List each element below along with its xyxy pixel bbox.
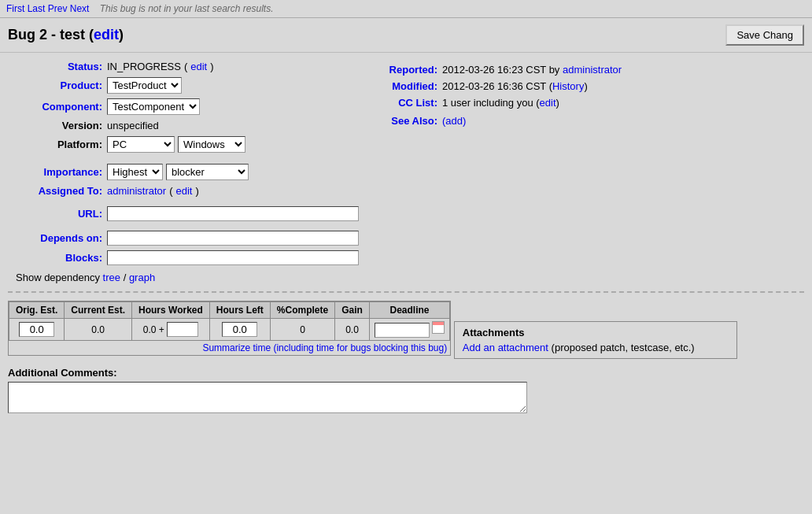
time-table: Orig. Est. Current Est. Hours Worked Hou… xyxy=(9,301,450,341)
url-value xyxy=(107,206,359,221)
importance-label: Importance: xyxy=(8,166,102,178)
gain-header: Gain xyxy=(335,302,370,319)
cclist-label: CC List: xyxy=(375,97,437,109)
blocks-input[interactable] xyxy=(107,250,359,265)
deadline-cell xyxy=(369,319,449,341)
severity-select[interactable]: blocker critical major normal minor triv… xyxy=(166,164,249,180)
dep-graph-link[interactable]: graph xyxy=(129,272,155,283)
modified-row: Modified: 2012-03-26 16:36 CST (History) xyxy=(375,80,804,92)
content: Status: IN_PROGRESS (edit) Product: Test… xyxy=(0,53,812,421)
platform-value: PC All Macintosh Windows All Linux Mac O… xyxy=(107,136,245,153)
orig-est-input[interactable] xyxy=(19,322,54,337)
component-link[interactable]: Component: xyxy=(42,101,102,113)
status-label: Status: xyxy=(8,61,102,72)
reported-date: 2012-03-26 16:23 CST by xyxy=(442,64,559,76)
page-title: Bug 2 - test (edit) xyxy=(8,27,124,43)
top-nav: First Last Prev Next This bug is not in … xyxy=(0,0,812,18)
modified-value: 2012-03-26 16:36 CST (History) xyxy=(442,80,588,92)
blocks-value xyxy=(107,250,359,265)
deadline-input[interactable] xyxy=(375,323,430,338)
nav-next[interactable]: Next xyxy=(70,3,90,14)
deadline-header: Deadline xyxy=(369,302,449,319)
nav-note: This bug is not in your last search resu… xyxy=(100,3,274,14)
depends-row: Depends on: xyxy=(8,231,359,246)
bug-id: Bug 2 xyxy=(8,27,47,43)
add-attachment-note: (proposed patch, testcase, etc.) xyxy=(552,342,695,353)
importance-value: Highest High Normal Low Lowest blocker c… xyxy=(107,164,249,180)
attachments-title: Attachments xyxy=(463,327,729,338)
assigned-label: Assigned To: xyxy=(8,185,102,197)
product-row: Product: TestProduct xyxy=(8,77,359,94)
bug-title: test xyxy=(60,27,85,43)
orig-est-cell xyxy=(9,319,65,341)
time-table-container: Orig. Est. Current Est. Hours Worked Hou… xyxy=(8,301,451,356)
nav-first[interactable]: First xyxy=(6,3,24,14)
os-select[interactable]: Windows All Linux Mac OS X xyxy=(178,136,245,153)
fields-container: Status: IN_PROGRESS (edit) Product: Test… xyxy=(8,61,804,283)
depends-label: Depends on: xyxy=(8,232,102,244)
edit-title-link[interactable]: edit xyxy=(94,27,119,43)
summarize-link[interactable]: Summarize time (including time for bugs … xyxy=(9,341,450,355)
status-edit-link[interactable]: edit xyxy=(190,61,207,72)
comments-label: Additional Comments: xyxy=(8,367,117,379)
blocks-link[interactable]: Blocks: xyxy=(65,252,102,264)
assigned-row: Assigned To: administrator (edit) xyxy=(8,185,359,197)
depends-value xyxy=(107,231,359,246)
gain-cell: 0.0 xyxy=(335,319,370,341)
current-est-header: Current Est. xyxy=(65,302,132,319)
seealso-add-link[interactable]: (add) xyxy=(442,115,466,127)
priority-select[interactable]: Highest High Normal Low Lowest xyxy=(107,164,163,180)
status-value: IN_PROGRESS (edit) xyxy=(107,61,214,72)
reporter-link[interactable]: administrator xyxy=(563,64,622,76)
product-select[interactable]: TestProduct xyxy=(107,77,182,94)
attachments-add-row: Add an attachment (proposed patch, testc… xyxy=(463,342,729,353)
depends-link[interactable]: Depends on: xyxy=(40,232,102,244)
component-value: TestComponent xyxy=(107,98,200,115)
component-select[interactable]: TestComponent xyxy=(107,98,200,115)
nav-prev[interactable]: Prev xyxy=(48,3,68,14)
seealso-value: (add) xyxy=(442,115,466,127)
seealso-row: See Also: (add) xyxy=(375,115,804,127)
left-fields: Status: IN_PROGRESS (edit) Product: Test… xyxy=(8,61,359,283)
assigned-user-link[interactable]: administrator xyxy=(107,185,166,197)
version-label: Version: xyxy=(8,120,102,131)
nav-last[interactable]: Last xyxy=(28,3,46,14)
hours-left-cell xyxy=(209,319,270,341)
modified-date: 2012-03-26 16:36 CST xyxy=(442,80,546,92)
calendar-icon[interactable] xyxy=(432,321,445,334)
time-table-data-row: 0.0 0.0 + 0 0.0 xyxy=(9,319,450,341)
component-row: Component: TestComponent xyxy=(8,98,359,115)
version-value: unspecified xyxy=(107,120,159,131)
hours-worked-input[interactable] xyxy=(167,322,198,337)
component-label: Component: xyxy=(8,101,102,113)
add-attachment-link[interactable]: Add an attachment xyxy=(463,342,548,353)
product-label: Product: xyxy=(8,80,102,91)
status-link[interactable]: Status: xyxy=(68,61,102,72)
status-text: IN_PROGRESS xyxy=(107,61,181,72)
right-fields: Reported: 2012-03-26 16:23 CST by admini… xyxy=(375,61,804,283)
assigned-link[interactable]: Assigned To: xyxy=(39,185,102,197)
hours-left-input[interactable] xyxy=(222,322,257,337)
product-link[interactable]: Product: xyxy=(61,80,102,91)
version-text: unspecified xyxy=(107,120,159,131)
importance-link[interactable]: Importance: xyxy=(44,166,102,178)
assigned-edit-link[interactable]: edit xyxy=(175,185,192,197)
hours-worked-header: Hours Worked xyxy=(132,302,210,319)
save-changes-button[interactable]: Save Chang xyxy=(725,24,804,46)
hours-worked-prefix: 0.0 + xyxy=(143,324,164,335)
url-link[interactable]: URL: xyxy=(78,208,102,220)
hours-left-header: Hours Left xyxy=(209,302,270,319)
version-row: Version: unspecified xyxy=(8,120,359,131)
platform-select[interactable]: PC All Macintosh xyxy=(107,136,175,153)
dependency-section: Show dependency tree / graph xyxy=(8,272,359,283)
comments-textarea[interactable] xyxy=(8,382,527,413)
product-value: TestProduct xyxy=(107,77,182,94)
importance-row: Importance: Highest High Normal Low Lowe… xyxy=(8,164,359,180)
cclist-edit-link[interactable]: edit xyxy=(540,97,556,109)
history-link[interactable]: History xyxy=(552,80,584,92)
depends-input[interactable] xyxy=(107,231,359,246)
seealso-label[interactable]: See Also: xyxy=(375,115,437,127)
url-input[interactable] xyxy=(107,206,359,221)
dep-tree-link[interactable]: tree xyxy=(103,272,120,283)
url-row: URL: xyxy=(8,206,359,221)
